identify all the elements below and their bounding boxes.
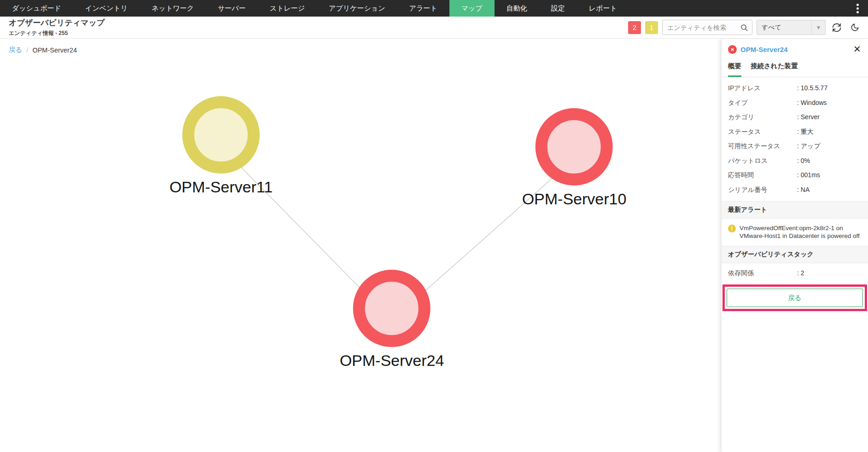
- search-input[interactable]: [663, 24, 752, 31]
- kebab-menu-icon[interactable]: [847, 0, 868, 17]
- field-label: IPアドレス: [728, 84, 797, 93]
- alert-item: ! VmPoweredOffEvent:opm-2k8r2-1 on VMwar…: [722, 219, 868, 246]
- node-label: OPM-Server24: [340, 352, 444, 370]
- field-label: タイプ: [728, 99, 797, 107]
- field-value: : 10.5.5.77: [797, 84, 827, 93]
- top-nav: ダッシュボード インベントリ ネットワーク サーバー ストレージ アプリケーショ…: [0, 0, 868, 17]
- field-value: : 0%: [797, 157, 810, 165]
- filter-select-value: すべて: [757, 23, 811, 32]
- map-node-opm-server11[interactable]: OPM-Server11: [169, 96, 273, 196]
- field-row-packet-loss: パケットロス : 0%: [728, 157, 862, 165]
- panel-header: × OPM-Server24 ×: [722, 39, 868, 58]
- field-row-ip-address: IPアドレス : 10.5.5.77: [728, 84, 862, 93]
- entity-search[interactable]: [662, 20, 752, 35]
- map-node-opm-server10[interactable]: OPM-Server10: [522, 108, 627, 208]
- node-status-circle[interactable]: [536, 108, 613, 185]
- nav-item-storage[interactable]: ストレージ: [258, 0, 317, 17]
- close-icon[interactable]: ×: [854, 42, 861, 56]
- field-value: : Windows: [797, 99, 827, 107]
- panel-tabs: 概要 接続された装置: [722, 58, 868, 77]
- field-value: : 重大: [797, 128, 814, 136]
- field-label: カテゴリ: [728, 113, 797, 122]
- breadcrumb-back-link[interactable]: 戻る: [9, 46, 22, 54]
- field-label: 応答時間: [728, 171, 797, 180]
- field-row-status: ステータス : 重大: [728, 128, 862, 136]
- nav-item-dashboard[interactable]: ダッシュボード: [0, 0, 73, 17]
- field-label: 可用性ステータス: [728, 142, 797, 151]
- chevron-down-icon: ▼: [811, 20, 825, 35]
- entity-link[interactable]: OPM-Server24: [740, 46, 788, 53]
- node-label: OPM-Server11: [169, 178, 273, 196]
- warning-icon: !: [728, 225, 736, 232]
- back-button[interactable]: 戻る: [727, 289, 863, 307]
- refresh-icon: [832, 23, 841, 32]
- warning-count-badge[interactable]: 1: [645, 21, 658, 34]
- breadcrumb: 戻る / OPM-Server24: [9, 46, 77, 54]
- nav-item-server[interactable]: サーバー: [206, 0, 258, 17]
- field-value: : 001ms: [797, 171, 820, 180]
- nav-item-map[interactable]: マップ: [449, 0, 495, 17]
- dark-mode-toggle[interactable]: [848, 21, 862, 35]
- warning-glyph: !: [731, 226, 733, 232]
- field-value: : NA: [797, 186, 810, 194]
- field-value: : Server: [797, 113, 820, 122]
- critical-count-badge[interactable]: 2: [628, 21, 641, 34]
- search-icon: [740, 24, 748, 31]
- tab-connected-devices[interactable]: 接続された装置: [751, 62, 798, 77]
- page-header: オブザーバビリティマップ エンティティ情報 - 255 2 1 すべて ▼: [0, 17, 868, 39]
- tab-overview[interactable]: 概要: [728, 62, 741, 77]
- dependency-value: : 2: [797, 269, 804, 278]
- alert-text: VmPoweredOffEvent:opm-2k8r2-1 on VMware-…: [740, 224, 862, 240]
- moon-icon: [851, 23, 859, 32]
- field-label: ステータス: [728, 128, 797, 136]
- field-row-serial-number: シリアル番号 : NA: [728, 186, 862, 194]
- critical-status-icon: ×: [728, 45, 737, 54]
- field-row-category: カテゴリ : Server: [728, 113, 862, 122]
- map-node-opm-server24[interactable]: OPM-Server24: [340, 270, 444, 370]
- nav-item-applications[interactable]: アプリケーション: [317, 0, 397, 17]
- field-row-availability-status: 可用性ステータス : アップ: [728, 142, 862, 151]
- click-target-highlight: 戻る: [722, 284, 867, 311]
- refresh-button[interactable]: [830, 21, 844, 35]
- breadcrumb-separator: /: [26, 46, 28, 54]
- field-label: シリアル番号: [728, 186, 797, 194]
- nav-item-reports[interactable]: レポート: [577, 0, 629, 17]
- breadcrumb-current: OPM-Server24: [32, 46, 77, 54]
- nav-item-alerts[interactable]: アラート: [397, 0, 449, 17]
- topology-map[interactable]: 戻る / OPM-Server24 OPM-Server11 OPM-Serve…: [0, 39, 721, 452]
- field-row-response-time: 応答時間 : 001ms: [728, 171, 862, 180]
- nav-item-automation[interactable]: 自動化: [495, 0, 539, 17]
- section-latest-alert: 最新アラート: [722, 201, 868, 219]
- nav-item-inventory[interactable]: インベントリ: [73, 0, 140, 17]
- field-label: パケットロス: [728, 157, 797, 165]
- section-observability-stack: オブザーバビリティスタック: [722, 246, 868, 263]
- dependency-row: 依存関係 : 2: [722, 263, 868, 278]
- critical-status-glyph: ×: [731, 46, 734, 52]
- entity-fields: IPアドレス : 10.5.5.77 タイプ : Windows カテゴリ : …: [722, 77, 868, 201]
- entity-count: エンティティ情報 - 255: [9, 29, 105, 37]
- dependency-label: 依存関係: [728, 269, 797, 278]
- node-status-circle[interactable]: [182, 96, 260, 174]
- filter-select[interactable]: すべて ▼: [757, 20, 826, 35]
- entity-details-panel: × OPM-Server24 × 概要 接続された装置 IPアドレス : 10.…: [721, 39, 868, 452]
- nav-item-network[interactable]: ネットワーク: [140, 0, 206, 17]
- node-label: OPM-Server10: [522, 190, 627, 208]
- map-edges: [0, 39, 721, 452]
- nav-item-settings[interactable]: 設定: [539, 0, 577, 17]
- page-title: オブザーバビリティマップ: [9, 17, 105, 28]
- field-row-type: タイプ : Windows: [728, 99, 862, 107]
- node-status-circle[interactable]: [353, 270, 431, 347]
- field-value: : アップ: [797, 142, 821, 151]
